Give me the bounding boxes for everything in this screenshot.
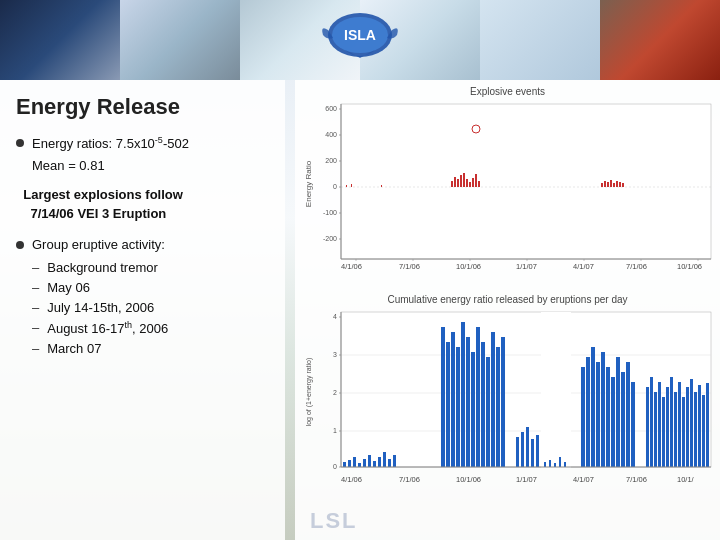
svg-rect-17 [451, 181, 453, 187]
svg-rect-36 [619, 182, 621, 187]
svg-rect-106 [591, 347, 595, 467]
svg-text:4/1/06: 4/1/06 [341, 475, 362, 484]
svg-rect-90 [491, 332, 495, 467]
svg-rect-35 [616, 181, 618, 187]
dash-3: – [32, 300, 39, 315]
svg-rect-22 [466, 179, 468, 187]
svg-rect-79 [393, 455, 396, 467]
svg-rect-31 [604, 181, 606, 187]
svg-rect-97 [536, 435, 539, 467]
svg-rect-94 [521, 432, 524, 467]
svg-rect-99 [544, 462, 546, 467]
svg-rect-77 [383, 452, 386, 467]
svg-text:0: 0 [333, 463, 337, 470]
svg-rect-19 [457, 179, 459, 187]
sub-item-may: – May 06 [32, 280, 269, 295]
svg-rect-75 [373, 461, 376, 467]
svg-rect-85 [466, 337, 470, 467]
svg-rect-102 [559, 457, 561, 467]
svg-rect-108 [601, 352, 605, 467]
svg-rect-128 [698, 385, 701, 467]
bullet-item-2: Group eruptive activity: [16, 236, 269, 254]
svg-text:7/1/06: 7/1/06 [626, 262, 647, 271]
svg-rect-87 [476, 327, 480, 467]
svg-rect-78 [388, 459, 391, 467]
svg-text:4: 4 [333, 313, 337, 320]
svg-rect-32 [607, 182, 609, 187]
svg-text:4/1/07: 4/1/07 [573, 475, 594, 484]
dash-5: – [32, 341, 39, 356]
svg-rect-98 [541, 312, 571, 468]
svg-text:200: 200 [325, 157, 337, 164]
svg-text:4/1/07: 4/1/07 [573, 262, 594, 271]
svg-rect-113 [626, 362, 630, 467]
svg-rect-109 [606, 367, 610, 467]
dash-4: – [32, 320, 39, 335]
bullet-dot-2 [16, 241, 24, 249]
svg-rect-103 [564, 462, 566, 467]
dash-2: – [32, 280, 39, 295]
dash-1: – [32, 260, 39, 275]
svg-rect-89 [486, 357, 490, 467]
sub-text-july: July 14-15th, 2006 [47, 300, 154, 315]
svg-rect-30 [601, 183, 603, 187]
svg-rect-125 [686, 387, 689, 467]
svg-rect-122 [674, 392, 677, 467]
svg-rect-74 [368, 455, 371, 467]
svg-rect-129 [702, 395, 705, 467]
page-title: Energy Release [16, 94, 269, 120]
svg-text:7/1/06: 7/1/06 [399, 262, 420, 271]
sub-bullet-list: – Background tremor – May 06 – July 14-1… [32, 260, 269, 356]
sub-text-may: May 06 [47, 280, 90, 295]
svg-rect-86 [471, 352, 475, 467]
superscript-neg5: -5 [155, 135, 163, 145]
svg-rect-20 [460, 175, 462, 187]
svg-rect-130 [706, 383, 709, 467]
svg-rect-93 [516, 437, 519, 467]
svg-rect-28 [351, 184, 352, 187]
svg-text:1: 1 [333, 427, 337, 434]
svg-rect-96 [531, 439, 534, 467]
svg-text:400: 400 [325, 131, 337, 138]
svg-rect-92 [501, 337, 505, 467]
svg-rect-126 [690, 379, 693, 467]
bullet-item-1: Energy ratios: 7.5x10-5-502 [16, 134, 269, 154]
svg-text:1/1/07: 1/1/07 [516, 475, 537, 484]
svg-rect-118 [658, 382, 661, 467]
svg-rect-112 [621, 372, 625, 467]
sub-item-march: – March 07 [32, 341, 269, 356]
svg-rect-104 [581, 367, 585, 467]
svg-rect-111 [616, 357, 620, 467]
chart2-svg-wrapper: log of (1+energy ratio) 4 3 2 1 0 [301, 307, 714, 496]
svg-rect-21 [463, 173, 465, 187]
svg-rect-82 [451, 332, 455, 467]
sub-item-july: – July 14-15th, 2006 [32, 300, 269, 315]
chart1-container: Explosive events Energy Ratio 600 400 20… [301, 86, 714, 288]
svg-rect-26 [478, 181, 480, 187]
chart1-y-label: Energy Ratio [304, 160, 313, 207]
chart1-title: Explosive events [301, 86, 714, 97]
svg-rect-120 [666, 387, 669, 467]
svg-rect-88 [481, 342, 485, 467]
svg-rect-33 [610, 180, 612, 187]
svg-rect-116 [650, 377, 653, 467]
svg-rect-29 [381, 185, 382, 187]
svg-rect-119 [662, 397, 665, 467]
svg-rect-123 [678, 382, 681, 467]
svg-rect-24 [472, 178, 474, 187]
charts-area: Explosive events Energy Ratio 600 400 20… [295, 80, 720, 540]
chart1-svg: Energy Ratio 600 400 200 0 -100 -200 [301, 99, 716, 284]
svg-rect-114 [631, 382, 635, 467]
chart2-y-label: log of (1+energy ratio) [305, 358, 313, 427]
svg-rect-91 [496, 347, 500, 467]
svg-rect-100 [549, 460, 551, 467]
sub-text-august: August 16-17th, 2006 [47, 320, 168, 336]
svg-rect-83 [456, 347, 460, 467]
svg-text:10/1/: 10/1/ [677, 475, 695, 484]
svg-text:10/1/06: 10/1/06 [456, 475, 481, 484]
svg-rect-18 [454, 177, 456, 187]
svg-rect-117 [654, 392, 657, 467]
left-panel: Energy Release Energy ratios: 7.5x10-5-5… [0, 80, 285, 540]
svg-text:10/1/06: 10/1/06 [677, 262, 702, 271]
sub-item-august: – August 16-17th, 2006 [32, 320, 269, 336]
